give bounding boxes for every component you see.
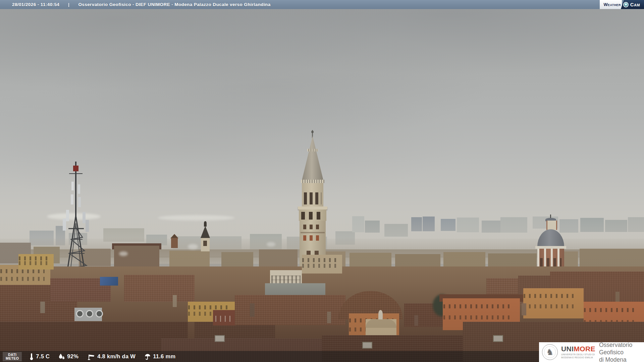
meteo-data-label: DATI METEO	[3, 352, 22, 361]
bell-tower	[199, 221, 211, 251]
facade	[302, 255, 342, 274]
humidity-value: 92%	[67, 353, 78, 360]
mid-building	[259, 249, 298, 268]
red-roof-terrace	[213, 310, 236, 325]
facade	[523, 288, 584, 318]
mid-building	[221, 252, 253, 268]
chimney	[250, 303, 255, 317]
tower-body	[171, 238, 178, 248]
unimore-seal-icon: ♞	[542, 344, 558, 360]
wind-reading: 4.8 km/h da W	[87, 353, 136, 360]
observatory-name: Osservatorio Geofisico di Modena	[599, 341, 644, 362]
rooftop-fan-unit	[74, 308, 102, 321]
skylight	[215, 335, 225, 342]
seal-figure: ♞	[546, 347, 553, 357]
weathercam-cam-section: Cam	[621, 0, 644, 9]
lantern	[546, 221, 557, 230]
chimney	[327, 312, 331, 323]
humidity-icon	[58, 353, 65, 360]
separator: |	[68, 2, 69, 7]
fan-icon	[96, 310, 103, 317]
webcam-viewer: 28/01/2026 - 11:40:54 | Osservatorio Geo…	[0, 0, 644, 362]
chimney	[615, 292, 620, 302]
lead-dome	[537, 229, 564, 247]
chimney-smoke	[267, 242, 275, 247]
spire-cone	[302, 136, 323, 180]
rain-reading: 11.6 mm	[144, 353, 175, 360]
chimney	[414, 315, 418, 326]
timestamp: 28/01/2026 - 11:40:54	[12, 2, 59, 7]
university-line1: UNIVERSITÀ DEGLI STUDI DI	[561, 353, 595, 356]
tower-cornice	[298, 206, 327, 209]
skylight	[362, 342, 372, 349]
unimore-wordmark: UNIMORE	[561, 345, 595, 352]
chimney	[522, 303, 526, 315]
dome-cornice	[535, 246, 566, 249]
curved-pediment	[366, 319, 396, 328]
title-bar: 28/01/2026 - 11:40:54 | Osservatorio Geo…	[0, 0, 644, 9]
unimore-credit-box: ♞ UNIMORE UNIVERSITÀ DEGLI STUDI DI MODE…	[539, 342, 644, 362]
university-line2: MODENA E REGGIO EMILIA	[561, 356, 595, 359]
spire-statue	[204, 221, 207, 227]
spire-balcony	[307, 149, 318, 152]
chimney	[40, 302, 45, 313]
balustrade	[301, 180, 324, 183]
observatory-line1: Osservatorio Geofisico	[599, 341, 644, 356]
chimney-smoke	[119, 251, 128, 256]
meteo-label-line1: DATI	[6, 353, 19, 357]
fan-icon	[76, 310, 84, 317]
brand-uni: UNI	[561, 345, 574, 353]
shaft-window-row	[303, 225, 322, 229]
brand-more: MORE	[574, 345, 595, 353]
temperature-value: 7.5 C	[36, 353, 50, 360]
unimore-brand: UNIMORE UNIVERSITÀ DEGLI STUDI DI MODENA…	[561, 345, 595, 359]
rain-value: 11.6 mm	[153, 353, 175, 360]
camera-title: Osservatorio Geofisico - DIEF UNIMORE - …	[78, 2, 270, 7]
skylight	[493, 335, 503, 342]
weathercam-logo: Weather Cam	[600, 0, 644, 9]
rain-umbrella-icon	[144, 353, 151, 360]
tower-window	[203, 241, 207, 246]
mid-building	[169, 251, 210, 267]
facade-statue	[378, 310, 383, 319]
university-name: UNIVERSITÀ DEGLI STUDI DI MODENA E REGGI…	[561, 353, 595, 359]
humidity-reading: 92%	[58, 353, 78, 360]
meteo-label-line2: METEO	[6, 357, 19, 360]
spire-ball	[311, 131, 314, 133]
bell-arches	[301, 212, 324, 220]
brick-tower	[170, 234, 178, 248]
ironwork-spire	[201, 226, 210, 238]
facade	[18, 254, 54, 269]
weathercam-weather-label: Weather	[600, 0, 622, 9]
wind-value: 4.8 km/h da W	[97, 353, 136, 360]
chimney-smoke	[188, 244, 198, 249]
string-course	[301, 232, 325, 233]
drum-arched-windows	[304, 192, 321, 204]
chimney	[173, 295, 177, 307]
observatory-line2: di Modena	[599, 356, 644, 362]
shaft-window-row	[303, 235, 322, 241]
fan-icon	[86, 310, 93, 317]
camera-lens-icon	[623, 2, 629, 7]
weathercam-cam-label: Cam	[630, 2, 640, 7]
thermometer-icon	[29, 353, 34, 360]
wind-icon	[87, 353, 95, 360]
rooftop	[124, 275, 195, 302]
blue-tarp	[100, 277, 118, 286]
temperature-reading: 7.5 C	[29, 353, 50, 360]
